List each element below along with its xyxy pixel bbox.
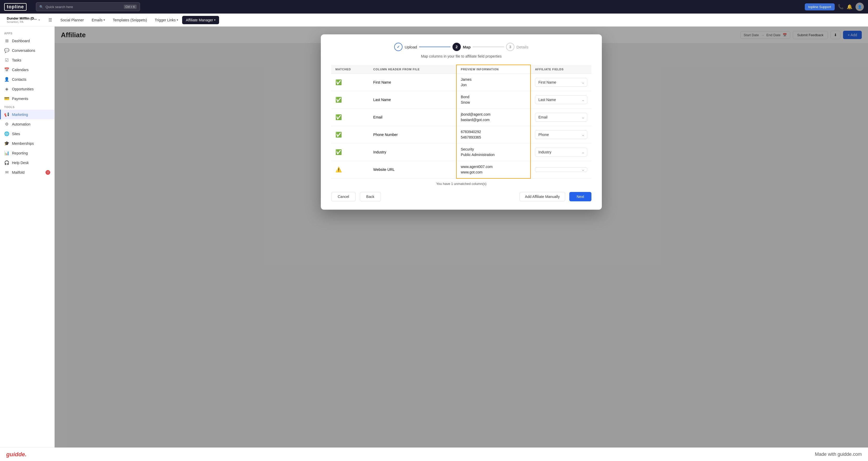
field-select-wrap: Last Name (535, 95, 587, 104)
search-bar[interactable]: 🔍 Quick search here Ctrl + K (36, 2, 140, 11)
map-modal: ✓ Upload 2 Map 3 Details Map columns in … (321, 34, 602, 210)
add-affiliate-manually-button[interactable]: Add Affiliate Manually (520, 192, 565, 201)
sidebar-label-dashboard: Dashboard (12, 39, 30, 43)
sidebar-label-contacts: Contacts (12, 77, 26, 82)
subnav-social-planner[interactable]: Social Planner (57, 16, 87, 24)
matched-cell: ⚠️ (331, 161, 369, 179)
step-map-circle: 2 (453, 43, 461, 51)
table-header-row: MATCHED COLUMN HEADER FROM FILE PREVIEW … (331, 65, 591, 74)
sidebar-item-calendars[interactable]: 📅 Calendars (0, 65, 54, 75)
sidebar-toggle-button[interactable]: ☰ (47, 16, 54, 24)
check-icon: ✅ (335, 80, 342, 85)
workspace-selector[interactable]: Dunder Mifflin (D... Scranton, PA ▾ (4, 15, 46, 25)
content-area: Affiliate Start Date → End Date 📅 Submit… (55, 27, 868, 461)
column-header-cell: First Name (369, 74, 456, 91)
contacts-icon: 👤 (4, 77, 9, 82)
sidebar-item-helpdesk[interactable]: 🎧 Help Desk (0, 158, 54, 168)
cancel-button[interactable]: Cancel (331, 192, 356, 201)
table-row: ✅ Email jbond@agent.com bastard@got.com (331, 109, 591, 126)
active-indicator (0, 110, 1, 119)
calendars-icon: 📅 (4, 67, 9, 72)
preview-cell: Bond Snow (456, 91, 530, 109)
footer-left-buttons: Cancel Back (331, 192, 381, 201)
automation-icon: ⚙ (4, 122, 9, 126)
first-name-field-select[interactable]: First Name (535, 78, 587, 87)
column-header-cell: Email (369, 109, 456, 126)
sidebar-label-opportunities: Opportunities (12, 87, 34, 91)
top-nav: topline 🔍 Quick search here Ctrl + K top… (0, 0, 868, 13)
field-select-wrap: Industry (535, 148, 587, 156)
affiliate-field-cell (530, 161, 591, 179)
subnav-templates[interactable]: Templates (Snippets) (109, 16, 151, 24)
subnav-emails[interactable]: Emails ▾ (88, 16, 108, 24)
dashboard-icon: ⊞ (4, 38, 9, 43)
preview-pair: www.agent007.com www.got.com (461, 164, 526, 175)
sidebar-item-reporting[interactable]: 📊 Reporting (0, 148, 54, 158)
next-button[interactable]: Next (569, 192, 591, 201)
affiliate-manager-chevron-icon: ▾ (214, 19, 215, 21)
sidebar-item-mailfold[interactable]: ✉ Mailfold 12 (0, 168, 54, 177)
phone-field-select[interactable]: Phone (535, 130, 587, 139)
matched-cell: ✅ (331, 109, 369, 126)
field-select-wrap: Phone (535, 130, 587, 139)
preview-pair: Bond Snow (461, 94, 526, 105)
sidebar-label-sites: Sites (12, 132, 20, 136)
sidebar-item-automation[interactable]: ⚙ Automation (0, 119, 54, 129)
table-row: ✅ Phone Number 6783940292 5467893365 (331, 126, 591, 144)
affiliate-field-cell: Email (530, 109, 591, 126)
check-icon: ✅ (335, 114, 342, 120)
preview-cell: James Jon (456, 74, 530, 91)
table-row: ⚠️ Website URL www.agent007.com www.got.… (331, 161, 591, 179)
sub-nav: Dunder Mifflin (D... Scranton, PA ▾ ☰ So… (0, 13, 868, 27)
sidebar-item-dashboard[interactable]: ⊞ Dashboard (0, 36, 54, 46)
step-upload-label: Upload (405, 45, 417, 49)
subnav-affiliate-manager[interactable]: Affiliate Manager ▾ (182, 16, 219, 24)
industry-field-select[interactable]: Industry (535, 148, 587, 156)
sidebar-item-marketing[interactable]: 📢 Marketing (0, 110, 54, 119)
sidebar-item-contacts[interactable]: 👤 Contacts (0, 75, 54, 84)
preview-pair: Security Public Administration (461, 147, 526, 157)
sidebar-item-tasks[interactable]: ☑ Tasks (0, 55, 54, 65)
support-button[interactable]: topline Support (805, 3, 835, 10)
affiliate-field-cell: Phone (530, 126, 591, 144)
check-icon: ✅ (335, 132, 342, 138)
workspace-name: Dunder Mifflin (D... (7, 17, 37, 20)
step-line-1 (419, 47, 451, 47)
user-avatar[interactable]: 👤 (856, 3, 864, 11)
modal-footer: Cancel Back Add Affiliate Manually Next (331, 192, 591, 201)
step-details-label: Details (517, 45, 528, 49)
warning-icon: ⚠️ (335, 167, 342, 172)
tasks-icon: ☑ (4, 58, 9, 62)
phone-icon[interactable]: 📞 (838, 4, 843, 10)
website-field-select[interactable] (535, 167, 587, 172)
guidde-logo: guidde. (6, 451, 27, 458)
sidebar-item-opportunities[interactable]: ◈ Opportunities (0, 84, 54, 94)
check-icon: ✅ (335, 149, 342, 155)
sidebar: Apps ⊞ Dashboard 💬 Conversations ☑ Tasks… (0, 27, 55, 461)
back-button[interactable]: Back (360, 192, 381, 201)
notification-bell-icon[interactable]: 🔔 (847, 4, 852, 10)
sidebar-item-conversations[interactable]: 💬 Conversations (0, 46, 54, 55)
unmatched-note: You have 1 unmatched column(s) (331, 179, 591, 188)
workspace-chevron-icon: ▾ (38, 19, 40, 21)
payments-icon: 💳 (4, 96, 9, 101)
footer-right-buttons: Add Affiliate Manually Next (520, 192, 591, 201)
subnav-trigger-links[interactable]: Trigger Links ▾ (151, 16, 182, 24)
column-header-cell: Last Name (369, 91, 456, 109)
email-field-select[interactable]: Email (535, 113, 587, 122)
col-header-from-file: COLUMN HEADER FROM FILE (369, 65, 456, 74)
last-name-field-select[interactable]: Last Name (535, 95, 587, 104)
sub-nav-links: Social Planner Emails ▾ Templates (Snipp… (57, 16, 219, 24)
preview-cell: jbond@agent.com bastard@got.com (456, 109, 530, 126)
memberships-icon: 🎓 (4, 141, 9, 146)
trigger-links-chevron-icon: ▾ (177, 19, 178, 21)
sidebar-item-memberships[interactable]: 🎓 Memberships (0, 139, 54, 148)
sidebar-item-sites[interactable]: 🌐 Sites (0, 129, 54, 139)
preview-pair: jbond@agent.com bastard@got.com (461, 112, 526, 123)
preview-cell: 6783940292 5467893365 (456, 126, 530, 144)
preview-pair: James Jon (461, 77, 526, 88)
sidebar-item-payments[interactable]: 💳 Payments (0, 94, 54, 104)
preview-cell: www.agent007.com www.got.com (456, 161, 530, 179)
map-table: MATCHED COLUMN HEADER FROM FILE PREVIEW … (331, 65, 591, 179)
reporting-icon: 📊 (4, 150, 9, 155)
